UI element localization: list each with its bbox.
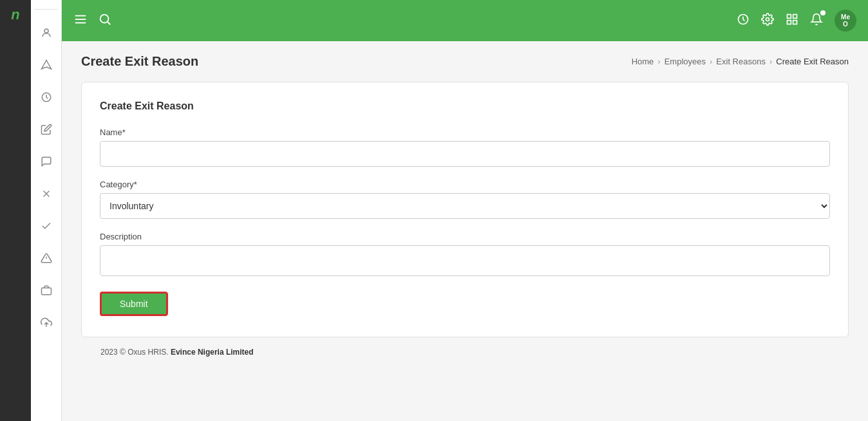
search-icon[interactable]	[98, 12, 112, 30]
svg-rect-7	[41, 288, 51, 295]
sidebar-item-warning[interactable]	[36, 248, 57, 268]
submit-btn-wrapper: Submit	[100, 292, 830, 316]
breadcrumb-home[interactable]: Home	[632, 57, 654, 66]
sidebar-divider-top	[34, 9, 59, 10]
page-title: Create Exit Reason	[81, 54, 198, 69]
history-icon[interactable]	[737, 13, 750, 29]
sidebar-item-check[interactable]	[36, 216, 57, 236]
category-select[interactable]: Involuntary Voluntary	[100, 193, 830, 219]
breadcrumb-exit-reasons[interactable]: Exit Reasons	[716, 57, 766, 66]
svg-point-15	[766, 17, 769, 21]
sidebar-item-upload[interactable]	[36, 312, 57, 333]
bell-icon[interactable]	[810, 13, 823, 29]
form-card: Create Exit Reason Name* Category* Invol…	[81, 82, 849, 337]
main-wrapper: MeO Create Exit Reason Home › Employees …	[62, 0, 868, 421]
footer-company: Evince Nigeria Limited	[171, 348, 254, 357]
submit-button[interactable]: Submit	[100, 292, 168, 316]
svg-rect-16	[788, 14, 791, 18]
avatar-text: MeO	[841, 14, 850, 28]
svg-rect-18	[788, 20, 791, 24]
avatar[interactable]: MeO	[835, 10, 856, 32]
notification-dot	[820, 10, 826, 15]
sidebar-item-chat[interactable]	[36, 151, 57, 172]
sidebar-item-navigation[interactable]	[36, 55, 57, 75]
sidebar-item-person[interactable]	[36, 23, 57, 43]
form-card-title: Create Exit Reason	[100, 100, 830, 112]
breadcrumb-employees[interactable]: Employees	[665, 57, 706, 66]
grid-icon[interactable]	[786, 13, 798, 29]
nav-right: MeO	[737, 10, 856, 32]
app-logo: n	[11, 6, 19, 23]
form-group-name: Name*	[100, 127, 830, 167]
breadcrumb-sep-3: ›	[769, 57, 772, 66]
settings-icon[interactable]	[761, 13, 774, 29]
sidebar-item-close[interactable]	[36, 183, 57, 204]
menu-icon[interactable]	[73, 12, 88, 30]
sidebar	[31, 0, 62, 421]
svg-marker-1	[41, 61, 51, 70]
svg-line-13	[108, 22, 110, 24]
name-label: Name*	[100, 127, 830, 137]
topnav: MeO	[62, 0, 868, 41]
content-area: Create Exit Reason Home › Employees › Ex…	[62, 41, 868, 421]
svg-point-12	[100, 14, 109, 23]
breadcrumb-current: Create Exit Reason	[776, 57, 849, 66]
sidebar-item-briefcase[interactable]	[36, 280, 57, 301]
page-header: Create Exit Reason Home › Employees › Ex…	[81, 54, 849, 69]
logo-strip: n	[0, 0, 31, 421]
description-textarea[interactable]	[100, 245, 830, 276]
breadcrumb: Home › Employees › Exit Reasons › Create…	[632, 57, 849, 66]
svg-rect-19	[793, 20, 797, 24]
breadcrumb-sep-2: ›	[710, 57, 712, 66]
svg-rect-17	[793, 14, 797, 18]
category-label: Category*	[100, 180, 830, 189]
sidebar-item-clock[interactable]	[36, 87, 57, 108]
form-group-description: Description	[100, 232, 830, 279]
footer: 2023 © Oxus HRIS. Evince Nigeria Limited	[81, 337, 849, 367]
sidebar-item-edit[interactable]	[36, 119, 57, 140]
breadcrumb-sep-1: ›	[657, 57, 660, 66]
form-group-category: Category* Involuntary Voluntary	[100, 180, 830, 219]
name-input[interactable]	[100, 141, 830, 167]
footer-text: 2023 © Oxus HRIS. Evince Nigeria Limited	[100, 348, 254, 357]
description-label: Description	[100, 232, 830, 241]
svg-point-0	[44, 29, 48, 33]
nav-left	[73, 12, 726, 30]
